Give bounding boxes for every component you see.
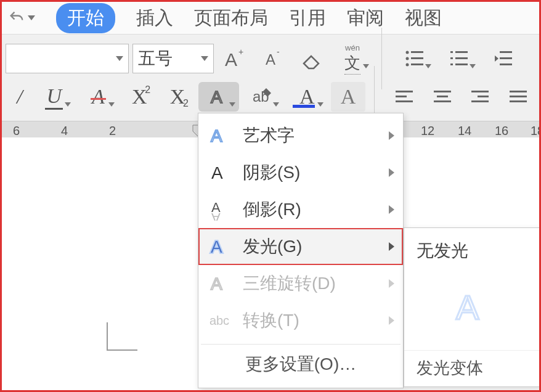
svg-rect-23 (396, 100, 413, 102)
text-effects-menu: A 艺术字 A 阴影(S) AA 倒影(R) A 发光(G) (198, 113, 404, 388)
svg-rect-14 (450, 63, 453, 65)
font-size-value: 五号 (138, 47, 173, 70)
chevron-down-icon (229, 102, 235, 107)
align-center-button[interactable] (425, 82, 460, 112)
tab-start[interactable]: 开始 (56, 3, 115, 33)
transform-icon: abc (207, 308, 232, 333)
svg-text:A: A (266, 51, 275, 68)
shading-icon: A (341, 85, 356, 108)
tab-view[interactable]: 视图 (405, 6, 442, 31)
menu-item-label: 三维旋转(D) (243, 272, 336, 295)
submenu-no-glow-header: 无发光 (404, 235, 540, 271)
ruler-tick: 14 (458, 124, 471, 137)
align-left-button[interactable] (387, 82, 421, 112)
bullet-list-icon (402, 46, 427, 71)
menu-item-shadow[interactable]: A 阴影(S) (198, 154, 403, 191)
svg-text:+: + (238, 47, 243, 57)
phonetic-guide-button[interactable]: wén 文 (332, 44, 373, 73)
strikethrough-button[interactable]: A (78, 82, 119, 112)
phonetic-pinyin: wén (345, 43, 360, 52)
menu-item-label: 更多设置(O)… (245, 353, 356, 376)
ruler-tick: 12 (421, 124, 434, 137)
ruler-tick: 18 (531, 124, 541, 137)
chevron-right-icon (389, 131, 394, 140)
svg-rect-15 (455, 63, 468, 65)
ruler-tick: 16 (495, 124, 508, 137)
svg-rect-9 (411, 63, 423, 65)
number-list-button[interactable] (439, 44, 479, 73)
character-shading-button[interactable]: A (331, 82, 365, 112)
svg-rect-7 (411, 57, 423, 59)
tab-insert[interactable]: 插入 (136, 6, 173, 31)
undo-dropdown[interactable] (8, 9, 35, 27)
subscript-button[interactable]: X2 (160, 82, 195, 112)
svg-text:A: A (211, 88, 222, 107)
underline-icon: U (45, 84, 63, 110)
svg-text:A: A (456, 288, 479, 327)
menu-item-reflection[interactable]: AA 倒影(R) (198, 191, 403, 228)
superscript-button[interactable]: X2 (122, 82, 157, 112)
bullet-list-button[interactable] (394, 44, 435, 73)
menu-item-glow[interactable]: A 发光(G) (198, 228, 403, 265)
chevron-down-icon (65, 102, 71, 107)
svg-rect-28 (478, 96, 489, 97)
highlight-icon: ab (250, 84, 275, 109)
strikethrough-icon: A (92, 85, 105, 108)
menu-item-transform: abc 转换(T) (198, 302, 403, 339)
svg-rect-31 (510, 96, 527, 97)
chevron-right-icon (389, 168, 394, 177)
underline-button[interactable]: U (34, 82, 75, 112)
svg-text:A: A (211, 163, 223, 182)
align-center-icon (430, 84, 455, 109)
svg-rect-12 (450, 57, 453, 59)
svg-rect-5 (411, 51, 423, 53)
highlight-button[interactable]: ab (243, 82, 283, 112)
align-justify-icon (506, 84, 531, 109)
menu-item-wordart[interactable]: A 艺术字 (198, 117, 403, 154)
svg-rect-27 (471, 91, 489, 92)
text-cursor-marker (107, 322, 137, 351)
submenu-no-glow-option[interactable]: A (404, 271, 540, 350)
rotate-3d-icon: A (207, 271, 232, 296)
svg-rect-13 (455, 57, 468, 59)
chevron-down-icon (363, 64, 369, 68)
tab-layout[interactable]: 页面布局 (194, 6, 268, 31)
chevron-right-icon (389, 242, 394, 251)
chevron-down-icon (470, 64, 476, 68)
glow-preview-icon: A (450, 285, 494, 329)
svg-rect-17 (500, 57, 512, 59)
svg-rect-29 (471, 100, 489, 102)
align-right-button[interactable] (463, 82, 497, 112)
align-justify-button[interactable] (501, 82, 535, 112)
font-size-dropdown[interactable]: 五号 (132, 44, 214, 73)
clear-format-button[interactable] (294, 44, 328, 73)
svg-text:A: A (211, 210, 221, 221)
font-name-dropdown[interactable] (6, 44, 129, 73)
tab-review[interactable]: 审阅 (347, 6, 384, 31)
svg-rect-11 (455, 51, 468, 53)
ruler-tick: 4 (61, 124, 68, 137)
increase-font-button[interactable]: A+ (218, 44, 252, 73)
color-swatch (293, 105, 315, 108)
text-effects-button[interactable]: A (198, 82, 239, 112)
chevron-right-icon (389, 316, 394, 325)
italic-button[interactable]: / (9, 82, 30, 112)
align-right-icon (468, 84, 492, 109)
glow-submenu: 无发光 A 发光变体 (404, 227, 540, 387)
svg-rect-18 (500, 63, 512, 65)
group-separator (381, 28, 382, 89)
decrease-font-button[interactable]: A- (256, 44, 290, 73)
chevron-down-icon (28, 15, 35, 20)
undo-icon (8, 9, 25, 27)
chevron-right-icon (389, 205, 394, 214)
chevron-down-icon (116, 56, 123, 61)
outdent-icon (491, 46, 516, 71)
svg-text:A: A (225, 49, 237, 70)
outdent-button[interactable] (483, 44, 524, 73)
tab-reference[interactable]: 引用 (289, 6, 326, 31)
menu-item-label: 阴影(S) (243, 161, 300, 184)
ruler-tick: 2 (109, 124, 116, 137)
align-left-icon (392, 84, 417, 109)
font-color-button[interactable]: A (287, 82, 327, 112)
menu-item-more-settings[interactable]: 更多设置(O)… (198, 349, 403, 379)
